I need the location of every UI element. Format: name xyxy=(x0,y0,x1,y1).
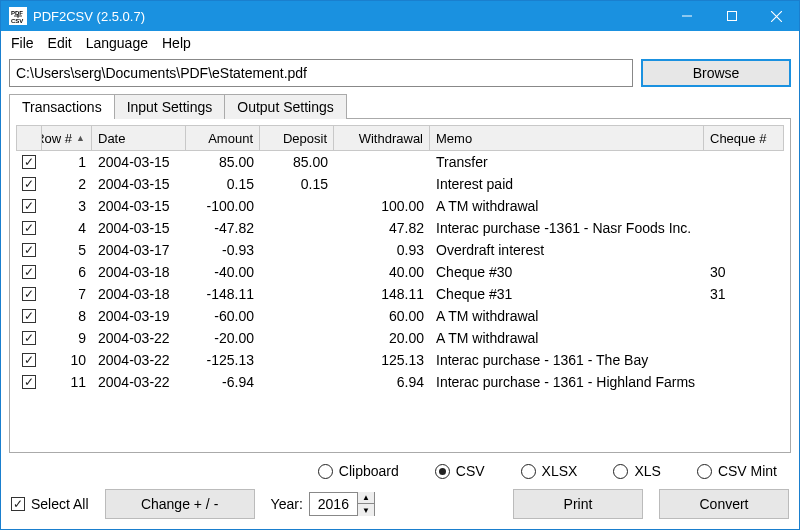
minimize-button[interactable] xyxy=(664,1,709,31)
change-sign-button[interactable]: Change + / - xyxy=(105,489,255,519)
checkbox-icon xyxy=(22,265,36,279)
cell-date: 2004-03-17 xyxy=(92,242,186,258)
cell-row: 6 xyxy=(42,264,92,280)
cell-withdrawal: 20.00 xyxy=(334,330,430,346)
spin-down-icon[interactable]: ▼ xyxy=(358,504,374,516)
cell-memo: Overdraft interest xyxy=(430,242,704,258)
cell-amount: -47.82 xyxy=(186,220,260,236)
cell-row: 8 xyxy=(42,308,92,324)
grid-body: 12004-03-1585.0085.00Transfer22004-03-15… xyxy=(16,151,784,393)
checkbox-icon xyxy=(11,497,25,511)
table-row[interactable]: 62004-03-18-40.0040.00Cheque #3030 xyxy=(16,261,784,283)
table-row[interactable]: 52004-03-17-0.930.93Overdraft interest xyxy=(16,239,784,261)
cell-row: 7 xyxy=(42,286,92,302)
radio-csv-mint[interactable]: CSV Mint xyxy=(697,463,777,479)
row-checkbox[interactable] xyxy=(16,177,42,191)
cell-date: 2004-03-15 xyxy=(92,154,186,170)
table-row[interactable]: 12004-03-1585.0085.00Transfer xyxy=(16,151,784,173)
tab-transactions[interactable]: Transactions xyxy=(9,94,115,119)
cell-amount: -6.94 xyxy=(186,374,260,390)
year-label: Year: xyxy=(271,496,303,512)
checkbox-icon xyxy=(22,309,36,323)
window-title: PDF2CSV (2.5.0.7) xyxy=(33,9,145,24)
year-value: 2016 xyxy=(310,496,357,512)
select-all-checkbox[interactable]: Select All xyxy=(11,496,89,512)
cell-amount: -0.93 xyxy=(186,242,260,258)
row-checkbox[interactable] xyxy=(16,155,42,169)
tab-output-settings[interactable]: Output Settings xyxy=(224,94,347,119)
radio-icon xyxy=(697,464,712,479)
cell-date: 2004-03-15 xyxy=(92,220,186,236)
browse-button[interactable]: Browse xyxy=(641,59,791,87)
table-row[interactable]: 22004-03-150.150.15Interest paid xyxy=(16,173,784,195)
titlebar: PDFCSV PDF2CSV (2.5.0.7) xyxy=(1,1,799,31)
cell-memo: Transfer xyxy=(430,154,704,170)
close-button[interactable] xyxy=(754,1,799,31)
row-checkbox[interactable] xyxy=(16,287,42,301)
cell-row: 1 xyxy=(42,154,92,170)
tab-input-settings[interactable]: Input Settings xyxy=(114,94,226,119)
cell-row: 4 xyxy=(42,220,92,236)
table-row[interactable]: 102004-03-22-125.13125.13Interac purchas… xyxy=(16,349,784,371)
table-row[interactable]: 82004-03-19-60.0060.00A TM withdrawal xyxy=(16,305,784,327)
radio-csv[interactable]: CSV xyxy=(435,463,485,479)
table-row[interactable]: 72004-03-18-148.11148.11Cheque #3131 xyxy=(16,283,784,305)
row-checkbox[interactable] xyxy=(16,331,42,345)
col-memo[interactable]: Memo xyxy=(429,125,704,151)
row-checkbox[interactable] xyxy=(16,309,42,323)
col-row[interactable]: Row #▲ xyxy=(41,125,92,151)
cell-row: 10 xyxy=(42,352,92,368)
sort-asc-icon: ▲ xyxy=(76,133,85,143)
col-cheque[interactable]: Cheque # xyxy=(703,125,784,151)
svg-text:PDF: PDF xyxy=(11,10,23,16)
col-check[interactable] xyxy=(16,125,42,151)
radio-icon xyxy=(613,464,628,479)
row-checkbox[interactable] xyxy=(16,221,42,235)
menu-language[interactable]: Language xyxy=(80,33,154,53)
row-checkbox[interactable] xyxy=(16,353,42,367)
cell-cheque: 31 xyxy=(704,286,784,302)
col-deposit[interactable]: Deposit xyxy=(259,125,334,151)
cell-date: 2004-03-18 xyxy=(92,286,186,302)
output-format-radios: Clipboard CSV XLSX XLS CSV Mint xyxy=(1,453,799,483)
cell-row: 2 xyxy=(42,176,92,192)
checkbox-icon xyxy=(22,375,36,389)
row-checkbox[interactable] xyxy=(16,265,42,279)
print-button[interactable]: Print xyxy=(513,489,643,519)
row-checkbox[interactable] xyxy=(16,243,42,257)
cell-withdrawal: 125.13 xyxy=(334,352,430,368)
table-row[interactable]: 92004-03-22-20.0020.00A TM withdrawal xyxy=(16,327,784,349)
table-row[interactable]: 32004-03-15-100.00100.00A TM withdrawal xyxy=(16,195,784,217)
cell-amount: 0.15 xyxy=(186,176,260,192)
row-checkbox[interactable] xyxy=(16,199,42,213)
checkbox-icon xyxy=(22,243,36,257)
radio-xlsx[interactable]: XLSX xyxy=(521,463,578,479)
year-spinner[interactable]: 2016 ▲ ▼ xyxy=(309,492,375,516)
menu-edit[interactable]: Edit xyxy=(42,33,78,53)
col-withdrawal[interactable]: Withdrawal xyxy=(333,125,430,151)
cell-date: 2004-03-19 xyxy=(92,308,186,324)
cell-memo: Interac purchase - 1361 - Highland Farms xyxy=(430,374,704,390)
col-amount[interactable]: Amount xyxy=(185,125,260,151)
cell-deposit: 0.15 xyxy=(260,176,334,192)
grid-header: Row #▲ Date Amount Deposit Withdrawal Me… xyxy=(16,125,784,151)
spin-up-icon[interactable]: ▲ xyxy=(358,492,374,504)
menu-help[interactable]: Help xyxy=(156,33,197,53)
table-row[interactable]: 42004-03-15-47.8247.82Interac purchase -… xyxy=(16,217,784,239)
menu-file[interactable]: File xyxy=(5,33,40,53)
table-row[interactable]: 112004-03-22-6.946.94Interac purchase - … xyxy=(16,371,784,393)
cell-date: 2004-03-22 xyxy=(92,330,186,346)
file-path-input[interactable] xyxy=(9,59,633,87)
cell-row: 3 xyxy=(42,198,92,214)
cell-amount: 85.00 xyxy=(186,154,260,170)
col-date[interactable]: Date xyxy=(91,125,186,151)
menu-bar: File Edit Language Help xyxy=(1,31,799,55)
cell-withdrawal: 6.94 xyxy=(334,374,430,390)
convert-button[interactable]: Convert xyxy=(659,489,789,519)
radio-clipboard[interactable]: Clipboard xyxy=(318,463,399,479)
cell-amount: -20.00 xyxy=(186,330,260,346)
cell-date: 2004-03-15 xyxy=(92,176,186,192)
row-checkbox[interactable] xyxy=(16,375,42,389)
radio-xls[interactable]: XLS xyxy=(613,463,660,479)
maximize-button[interactable] xyxy=(709,1,754,31)
